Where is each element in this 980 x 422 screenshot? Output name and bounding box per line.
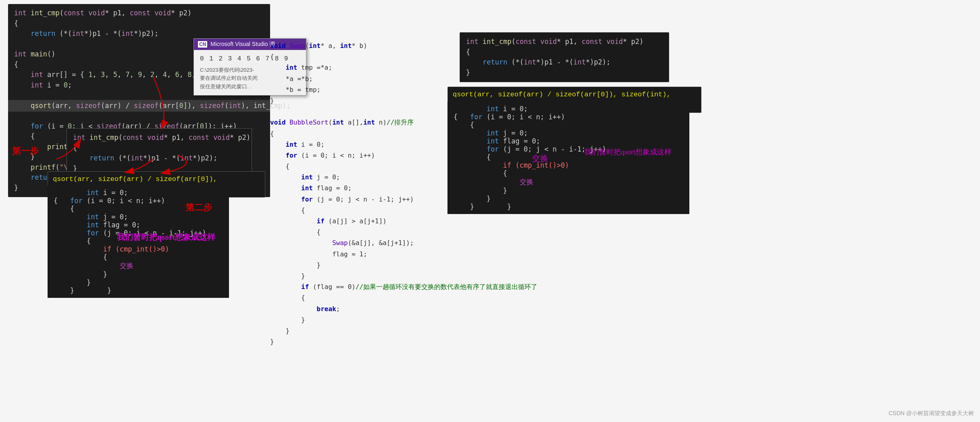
bottom-annotation: 我们暂时把qsort想象成这样 xyxy=(117,232,215,243)
right-bottom-code-block: int i = 0; { for (i = 0; i < n; i++) { i… xyxy=(447,102,689,214)
vs-dialog-title-text: Microsoft Visual Studio 调 xyxy=(210,41,275,48)
step1-label: 第一步 xyxy=(12,145,39,157)
small-int-cmp-block: int int_cmp(const void* p1, const void* … xyxy=(67,128,252,178)
small-int-cmp-pre: int int_cmp(const void* p1, const void* … xyxy=(73,133,246,174)
right-bottom-code-pre: int i = 0; { for (i = 0; i < n; i++) { i… xyxy=(454,105,683,211)
right-int-cmp-pre: int int_cmp(const void* p1, const void* … xyxy=(466,37,663,78)
right-int-cmp-block: int int_cmp(const void* p1, const void* … xyxy=(460,32,669,82)
watermark: CSDN @小树苗渴望变成参天大树 xyxy=(888,410,974,417)
step2-label: 第二步 xyxy=(185,202,212,214)
right-annotation2: 我们暂时把qsort想象成这样 xyxy=(585,147,672,157)
right-annotation1: 交换 xyxy=(532,153,548,164)
